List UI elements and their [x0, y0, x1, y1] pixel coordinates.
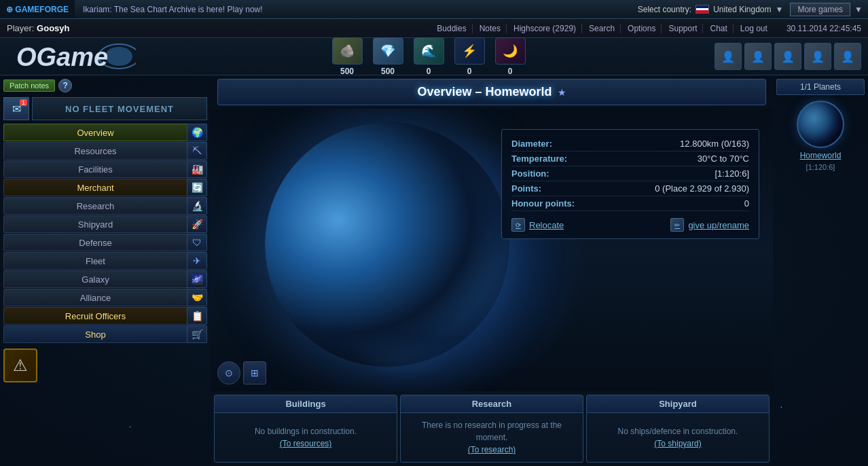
nav-search[interactable]: Search: [583, 24, 621, 33]
energy-count: 0: [467, 67, 472, 76]
homeworld-star-icon: ★: [558, 87, 566, 98]
sidebar-item-merchant[interactable]: Merchant 🔄: [3, 179, 207, 196]
sidebar-item-galaxy[interactable]: Galaxy 🌌: [3, 270, 207, 288]
shop-icon: 🛒: [187, 325, 207, 343]
sidebar-item-resources[interactable]: Resources ⛏: [3, 142, 207, 160]
fleet-movement-bar: NO FLEET MOVEMENT: [32, 97, 207, 120]
homeworld-planet-thumbnail: [797, 101, 844, 148]
nav-chat[interactable]: Chat: [704, 24, 733, 33]
sidebar-item-fleet[interactable]: Fleet ✈: [3, 252, 207, 270]
overview-icon: 🌍: [187, 124, 207, 141]
officer-2-icon[interactable]: 👤: [744, 43, 772, 70]
sidebar-item-facilities[interactable]: Facilities 🏭: [3, 160, 207, 178]
fleet-label: Fleet: [3, 252, 187, 270]
sidebar-bottom: ⚠: [0, 345, 211, 386]
planet-view-button[interactable]: ⊙: [217, 361, 240, 384]
metal-icon: 🪨: [332, 37, 363, 65]
shipyard-panel: Shipyard No ships/defence in constructio…: [586, 395, 770, 463]
resources-label: Resources: [3, 142, 187, 160]
research-panel: Research There is no research in progres…: [400, 395, 583, 463]
main-content: Overview – Homeworld ★ Diameter: 12.800k…: [211, 75, 773, 466]
homeworld-coords: [1:120:6]: [806, 163, 835, 171]
ogame-logo-svg: OGame: [14, 40, 136, 73]
warning-icon[interactable]: ⚠: [3, 348, 37, 382]
officers-row: 👤 👤 👤 👤 👤: [715, 43, 861, 70]
honour-label: Honour points:: [511, 198, 575, 209]
research-icon: 🔬: [187, 197, 207, 215]
ogame-logo: OGame: [7, 39, 143, 73]
sidebar-item-overview[interactable]: Overview 🌍: [3, 124, 207, 141]
resource-energy: ⚡ 0: [454, 37, 485, 76]
buildings-panel-header: Buildings: [215, 395, 397, 413]
nav-notes[interactable]: Notes: [474, 24, 507, 33]
officer-5-icon[interactable]: 👤: [834, 43, 861, 70]
research-panel-body: There is no research in progress at the …: [401, 413, 583, 462]
nav-logout[interactable]: Log out: [735, 24, 773, 33]
left-sidebar: Patch notes ? ✉ 1 NO FLEET MOVEMENT Over…: [0, 75, 211, 466]
bottom-panels: Buildings No buildings in construction.(…: [211, 391, 773, 466]
honour-value: 0: [744, 198, 749, 209]
more-games-button[interactable]: More games: [790, 3, 850, 16]
sidebar-item-defense[interactable]: Defense 🛡: [3, 234, 207, 251]
resource-metal: 🪨 500: [332, 37, 363, 76]
flag-icon: [695, 5, 709, 14]
rename-label: give up/rename: [688, 220, 749, 230]
officer-4-icon[interactable]: 👤: [804, 43, 831, 70]
player-label: Player:: [7, 23, 34, 33]
resource-dark-matter: 🌙 0: [495, 37, 526, 76]
nav-support[interactable]: Support: [663, 24, 703, 33]
fleet-icon: ✈: [187, 252, 207, 270]
relocate-button[interactable]: ⟳ Relocate: [511, 218, 564, 232]
to-shipyard-link[interactable]: (To shipyard): [654, 439, 701, 448]
resource-deuterium: 🌊 0: [414, 37, 444, 76]
shipyard-label: Shipyard: [3, 215, 187, 233]
help-icon[interactable]: ?: [58, 79, 72, 92]
officer-3-icon[interactable]: 👤: [774, 43, 801, 70]
diameter-value: 12.800km (0/163): [680, 139, 749, 149]
sidebar-item-research[interactable]: Research 🔬: [3, 197, 207, 215]
homeworld-planet-item[interactable]: Homeworld [1:120:6]: [776, 101, 865, 171]
nav-options[interactable]: Options: [622, 24, 662, 33]
to-research-link[interactable]: (To research): [468, 445, 516, 454]
points-value: 0 (Place 2.929 of 2.930): [655, 183, 749, 194]
country-label: Select country:: [638, 5, 691, 14]
nav-links: Buddies Notes Highscore (2929) Search Op…: [431, 24, 773, 33]
overview-label: Overview: [3, 124, 187, 141]
nav-highscore[interactable]: Highscore (2929): [508, 24, 582, 33]
galaxy-label: Galaxy: [3, 270, 187, 288]
resources-icon: ⛏: [187, 142, 207, 160]
datetime: 30.11.2014 22:45:45: [786, 24, 861, 33]
research-status-text: There is no research in progress at the …: [406, 419, 577, 456]
points-label: Points:: [511, 183, 541, 194]
svg-point-1: [105, 47, 132, 66]
officer-1-icon[interactable]: 👤: [715, 43, 742, 70]
gameforge-logo-text: ⊕ GAMEFORGE: [6, 5, 69, 14]
merchant-icon: 🔄: [187, 179, 207, 196]
messages-button[interactable]: ✉ 1: [3, 97, 29, 120]
patch-notes-button[interactable]: Patch notes: [3, 79, 55, 92]
merchant-label: Merchant: [3, 179, 187, 196]
to-resources-link[interactable]: (To resources): [280, 439, 332, 448]
position-label: Position:: [511, 168, 549, 179]
resource-items: 🪨 500 💎 500 🌊 0 ⚡ 0 🌙 0: [143, 37, 715, 76]
deuterium-count: 0: [427, 67, 431, 76]
nav-buddies[interactable]: Buddies: [431, 24, 472, 33]
player-info: Player: Goosyh: [7, 23, 70, 33]
rename-icon: ✏: [670, 218, 684, 232]
defense-icon: 🛡: [187, 234, 207, 251]
sidebar-item-shipyard[interactable]: Shipyard 🚀: [3, 215, 207, 233]
country-selector[interactable]: Select country: United Kingdom ▼: [631, 5, 791, 14]
buildings-status-text: No buildings in construction.(To resourc…: [255, 425, 357, 450]
player-name: Goosyh: [37, 23, 69, 33]
fleet-send-button[interactable]: ⊞: [243, 361, 266, 384]
sidebar-item-recruit-officers[interactable]: Recruit Officers 📋: [3, 307, 207, 325]
rename-button[interactable]: ✏ give up/rename: [670, 218, 749, 232]
resources-bar: OGame 🪨 500 💎 500 🌊 0 ⚡ 0 🌙 0 👤 👤 👤 👤 👤: [0, 38, 868, 75]
main-layout: Patch notes ? ✉ 1 NO FLEET MOVEMENT Over…: [0, 75, 868, 466]
sidebar-item-shop[interactable]: Shop 🛒: [3, 325, 207, 343]
sidebar-item-alliance[interactable]: Alliance 🤝: [3, 289, 207, 306]
gameforge-logo: ⊕ GAMEFORGE: [0, 0, 75, 18]
page-title-bar: Overview – Homeworld ★: [217, 79, 766, 105]
shipyard-icon: 🚀: [187, 215, 207, 233]
resource-crystal: 💎 500: [373, 37, 403, 76]
